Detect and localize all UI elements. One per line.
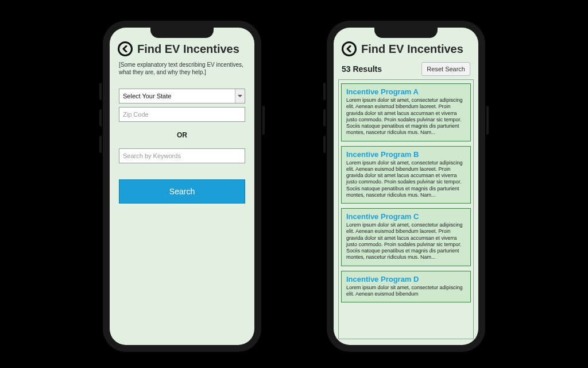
results-list[interactable]: Incentive Program A Lorem ipsum dolor si…	[338, 79, 474, 339]
or-divider: OR	[119, 125, 245, 145]
page-title: Find EV Incentives	[361, 43, 463, 55]
result-desc: Lorem ipsum dolor sit amet, consectetur …	[346, 285, 466, 298]
explanatory-text: [Some explanatory text describing EV inc…	[110, 60, 254, 84]
chevron-left-icon	[346, 45, 353, 52]
reset-search-button[interactable]: Reset Search	[421, 62, 470, 76]
page-title: Find EV Incentives	[137, 43, 239, 55]
keyword-input[interactable]: Search by Keywords	[119, 148, 245, 163]
results-count: 53 Results	[342, 64, 382, 74]
result-card: Incentive Program D Lorem ipsum dolor si…	[341, 271, 471, 303]
screen-results: Find EV Incentives 53 Results Reset Sear…	[334, 28, 478, 345]
phone-frame-results: Find EV Incentives 53 Results Reset Sear…	[326, 20, 486, 353]
search-form: Select Your State Zip Code OR Search by …	[110, 84, 254, 204]
chevron-down-icon	[235, 89, 245, 103]
result-title[interactable]: Incentive Program D	[346, 275, 466, 283]
result-title[interactable]: Incentive Program A	[346, 87, 466, 96]
result-desc: Lorem ipsum dolor sit amet, consectetur …	[346, 160, 466, 199]
state-select[interactable]: Select Your State	[119, 89, 245, 103]
zip-input[interactable]: Zip Code	[119, 107, 245, 122]
phone-frame-search: Find EV Incentives [Some explanatory tex…	[102, 20, 262, 353]
result-desc: Lorem ipsum dolor sit amet, consectetur …	[346, 97, 466, 136]
zip-placeholder: Zip Code	[123, 111, 149, 118]
screen-search: Find EV Incentives [Some explanatory tex…	[110, 28, 254, 345]
search-button-label: Search	[169, 187, 195, 196]
search-button[interactable]: Search	[119, 179, 245, 204]
back-button[interactable]	[118, 41, 133, 56]
state-select-placeholder: Select Your State	[123, 93, 171, 99]
notch	[374, 28, 438, 38]
chevron-left-icon	[122, 45, 129, 52]
result-desc: Lorem ipsum dolor sit amet, consectetur …	[346, 222, 466, 261]
reset-button-label: Reset Search	[427, 66, 465, 72]
results-bar: 53 Results Reset Search	[334, 60, 478, 79]
result-card: Incentive Program B Lorem ipsum dolor si…	[341, 146, 471, 204]
result-title[interactable]: Incentive Program B	[346, 150, 466, 159]
back-button[interactable]	[342, 41, 357, 56]
result-card: Incentive Program A Lorem ipsum dolor si…	[341, 83, 471, 141]
keyword-placeholder: Search by Keywords	[123, 152, 181, 159]
result-title[interactable]: Incentive Program C	[346, 212, 466, 221]
notch	[150, 28, 214, 38]
result-card: Incentive Program C Lorem ipsum dolor si…	[341, 208, 471, 266]
